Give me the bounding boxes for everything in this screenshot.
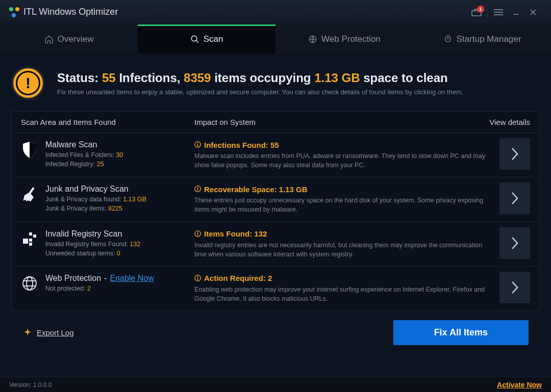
close-button[interactable] [524, 5, 542, 20]
impact-desc: Malware scan includes entries from PUA, … [194, 151, 494, 170]
tab-label: Startup Manager [457, 34, 521, 44]
app-logo: ITL Windows Optimizer [9, 7, 118, 17]
svg-point-19 [23, 277, 36, 290]
status-heading: Status: 55 Infections, 8359 items occupy… [57, 71, 463, 85]
tab-label: Web Protection [321, 34, 381, 44]
globe-icon [308, 35, 317, 44]
impact-title: ⓘAction Required: 2 [194, 274, 494, 283]
fix-all-button[interactable]: Fix All Items [393, 320, 529, 345]
row-meta: Infected Files & Folders: 30 [45, 151, 123, 159]
header-impact: Impact on System [194, 118, 474, 126]
search-icon [190, 35, 199, 44]
row-registry: Invalid Registry Scan Invalid Registry I… [12, 222, 539, 267]
row-title: Junk and Privacy Scan [45, 185, 146, 194]
row-meta: Invalid Registry Items Found: 132 [45, 241, 140, 248]
toolbox-icon[interactable]: 1 [468, 5, 485, 20]
impact-title: ⓘInfections Found: 55 [194, 140, 494, 149]
broom-icon [21, 186, 38, 203]
row-meta: Infected Registry: 25 [45, 161, 123, 168]
details-button[interactable] [499, 182, 530, 214]
row-meta: Junk & Privacy items: 8225 [45, 205, 146, 212]
registry-icon [21, 230, 38, 248]
impact-title: ⓘRecoverable Space: 1.13 GB [194, 185, 494, 194]
version-label: Version: 1.0.0.0 [9, 381, 52, 388]
header-details: View details [474, 118, 530, 126]
activate-link[interactable]: Activate Now [497, 381, 542, 389]
info-icon: ⓘ [194, 229, 201, 239]
main-tabs: Overview Scan Web Protection Startup Man… [0, 24, 551, 54]
status-subtext: Fix these unwanted items to enjoy a stab… [57, 88, 463, 96]
row-title: Malware Scan [45, 140, 123, 149]
shield-icon [21, 141, 38, 159]
export-log-link[interactable]: Export Log [22, 328, 74, 338]
export-log-label: Export Log [37, 328, 74, 337]
tab-startup-manager[interactable]: Startup Manager [413, 24, 551, 54]
tab-label: Overview [58, 34, 94, 44]
table-header: Scan Area and Items Found Impact on Syst… [12, 112, 539, 133]
home-icon [44, 35, 54, 44]
status-bar: Version: 1.0.0.0 Activate Now [0, 377, 551, 392]
info-icon: ⓘ [194, 140, 201, 149]
row-junk-privacy: Junk and Privacy Scan Junk & Privacy dat… [12, 177, 539, 222]
svg-rect-16 [29, 243, 32, 246]
impact-desc: These entries just occupy unnecessary sp… [194, 196, 494, 214]
details-button[interactable] [499, 227, 530, 259]
svg-point-20 [27, 277, 33, 290]
impact-desc: Enabling web protection may improve your… [194, 285, 494, 303]
titlebar: ITL Windows Optimizer 1 [0, 0, 551, 24]
row-meta: Unneeded startup items: 0 [45, 250, 140, 257]
sparkle-icon [22, 328, 33, 338]
tab-web-protection[interactable]: Web Protection [276, 24, 413, 54]
minimize-button[interactable] [507, 5, 524, 20]
menu-icon[interactable] [490, 5, 507, 20]
svg-rect-18 [29, 232, 32, 236]
results-table: Scan Area and Items Found Impact on Syst… [11, 111, 540, 311]
tab-overview[interactable]: Overview [0, 24, 138, 54]
svg-rect-14 [23, 239, 28, 244]
info-icon: ⓘ [194, 274, 201, 283]
svg-point-7 [191, 36, 197, 41]
tab-scan[interactable]: Scan [138, 24, 276, 54]
warning-icon: ! [11, 66, 45, 100]
row-malware-scan: Malware Scan Infected Files & Folders: 3… [12, 133, 539, 177]
svg-line-8 [196, 40, 198, 43]
row-meta: Junk & Privacy data found: 1.13 GB [45, 196, 146, 203]
rocket-icon [443, 35, 453, 44]
svg-rect-15 [29, 239, 32, 242]
notification-badge: 1 [477, 6, 484, 13]
status-banner: ! Status: 55 Infections, 8359 items occu… [11, 66, 540, 100]
svg-rect-17 [33, 234, 36, 238]
header-area: Scan Area and Items Found [21, 118, 194, 126]
globe-icon [21, 275, 38, 292]
info-icon: ⓘ [194, 185, 201, 194]
impact-desc: Invalid registry entries are not necessa… [194, 241, 494, 259]
logo-icon [9, 7, 19, 17]
details-button[interactable] [499, 272, 530, 303]
tab-label: Scan [204, 34, 223, 44]
row-title: Web Protection - Enable Now [45, 274, 154, 283]
row-meta: Not protected: 2 [45, 285, 154, 292]
svg-point-10 [447, 37, 448, 39]
details-button[interactable] [499, 138, 530, 170]
enable-now-link[interactable]: Enable Now [110, 274, 154, 283]
app-title: ITL Windows Optimizer [23, 7, 118, 17]
row-title: Invalid Registry Scan [45, 229, 140, 239]
impact-title: ⓘItems Found: 132 [194, 229, 494, 239]
row-web-protection: Web Protection - Enable Now Not protecte… [12, 267, 539, 310]
